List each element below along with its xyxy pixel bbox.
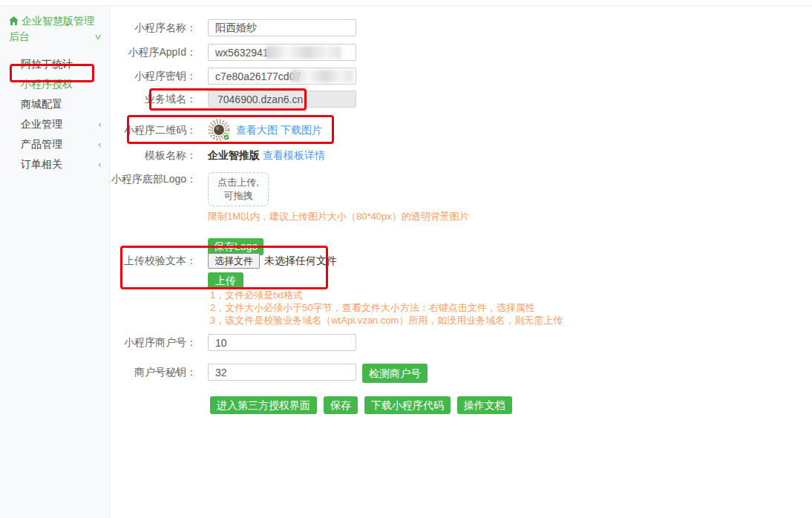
upload-button[interactable]: 上传	[208, 272, 243, 289]
download-code-button[interactable]: 下载小程序代码	[364, 396, 451, 414]
logo-dropzone-text: 点击上传,可拖拽	[213, 176, 263, 203]
app-name-label: 小程序名称：	[110, 19, 197, 36]
verify-file-label: 上传校验文本：	[110, 253, 197, 269]
choose-file-button[interactable]: 选择文件	[208, 253, 260, 269]
merchant-secret-label: 商户号秘钥：	[110, 364, 197, 381]
verify-file-notes: 1，文件必须是txt格式 2，文件大小必须小于50字节，查看文件大小方法：右键点…	[210, 289, 563, 327]
row-template: 模板名称： 企业智推版 查看模板详情	[110, 149, 325, 162]
app-id-label: 小程序AppId：	[110, 44, 197, 61]
row-app-name: 小程序名称：	[110, 19, 356, 36]
domain-input	[208, 91, 356, 108]
sidebar-item-mall-config[interactable]: 商城配置	[0, 94, 109, 114]
template-label: 模板名称：	[110, 149, 197, 162]
app-secret-label: 小程序密钥：	[110, 68, 197, 85]
miniprogram-qrcode-thumbnail[interactable]	[208, 119, 230, 141]
miniprogram-auth-page: 企业智慧版管理后台 ∨ 阿拉丁统计 小程序授权 商城配置 企业管理 ‹ 产品管理…	[0, 0, 812, 518]
bottom-logo-label: 小程序底部Logo：	[110, 172, 197, 186]
check-merchant-button[interactable]: 检测商户号	[362, 364, 428, 383]
row-verify-file: 上传校验文本： 选择文件 未选择任何文件 上传	[110, 253, 337, 289]
merchant-secret-input[interactable]	[208, 364, 356, 381]
chevron-left-icon: ‹	[98, 134, 102, 154]
sidebar-item-product-mgmt[interactable]: 产品管理 ‹	[0, 134, 109, 154]
docs-button[interactable]: 操作文档	[457, 396, 512, 414]
app-name-input[interactable]	[208, 19, 356, 36]
third-party-auth-button[interactable]: 进入第三方授权界面	[210, 396, 317, 414]
qrcode-label: 小程序二维码：	[110, 119, 197, 141]
redaction-smear	[405, 58, 466, 72]
sidebar-item-enterprise-mgmt[interactable]: 企业管理 ‹	[0, 114, 109, 134]
sidebar-item-order-related[interactable]: 订单相关 ‹	[0, 154, 109, 174]
merchant-id-input[interactable]	[208, 334, 356, 351]
sidebar-header[interactable]: 企业智慧版管理后台 ∨	[9, 13, 102, 44]
chevron-left-icon: ‹	[98, 114, 102, 134]
note-line: 1，文件必须是txt格式	[210, 289, 563, 301]
sidebar-item-aladdin-stats[interactable]: 阿拉丁统计	[0, 54, 109, 74]
row-app-secret: 小程序密钥：	[110, 68, 356, 85]
row-bottom-logo: 小程序底部Logo： 点击上传,可拖拽 限制1M以内，建议上传图片大小（80*4…	[110, 172, 469, 255]
domain-label: 业务域名：	[110, 91, 197, 108]
merchant-id-label: 小程序商户号：	[110, 334, 197, 351]
row-merchant-secret: 商户号秘钥： 检测商户号	[110, 364, 428, 383]
note-line: 2，文件大小必须小于50字节，查看文件大小方法：右键点击文件，选择属性	[210, 301, 563, 314]
row-qrcode: 小程序二维码： 查看大图 下载图片	[110, 119, 322, 141]
sidebar-item-miniprogram-auth[interactable]: 小程序授权	[0, 74, 109, 94]
download-qrcode-link[interactable]: 下载图片	[281, 124, 322, 136]
no-file-selected-text: 未选择任何文件	[264, 253, 337, 269]
row-domain: 业务域名：	[110, 91, 356, 108]
save-button[interactable]: 保存	[324, 396, 358, 414]
home-icon	[9, 14, 19, 29]
logo-size-hint: 限制1M以内，建议上传图片大小（80*40px）的透明背景图片	[208, 211, 469, 223]
template-name: 企业智推版	[208, 149, 260, 161]
row-merchant-id: 小程序商户号：	[110, 334, 356, 351]
view-template-detail-link[interactable]: 查看模板详情	[263, 149, 325, 161]
app-id-blur-mask	[266, 46, 341, 59]
top-divider	[0, 5, 812, 6]
note-line: 3，该文件是校验业务域名（wtApi.vzan.com）所用，如没用业务域名，则…	[210, 314, 563, 327]
chevron-left-icon: ‹	[98, 154, 102, 174]
app-secret-blur-mask	[291, 70, 353, 82]
view-large-qrcode-link[interactable]: 查看大图	[236, 124, 278, 136]
sidebar: 企业智慧版管理后台 ∨ 阿拉丁统计 小程序授权 商城配置 企业管理 ‹ 产品管理…	[0, 6, 110, 518]
logo-dropzone[interactable]: 点击上传,可拖拽	[208, 172, 269, 206]
chevron-down-icon[interactable]: ∨	[94, 29, 102, 44]
row-app-id: 小程序AppId：	[110, 44, 356, 61]
sidebar-title: 企业智慧版管理后台	[9, 15, 94, 42]
sidebar-menu: 阿拉丁统计 小程序授权 商城配置 企业管理 ‹ 产品管理 ‹ 订单相关 ‹	[0, 54, 109, 174]
bottom-actions: 进入第三方授权界面 保存 下载小程序代码 操作文档	[210, 396, 516, 414]
